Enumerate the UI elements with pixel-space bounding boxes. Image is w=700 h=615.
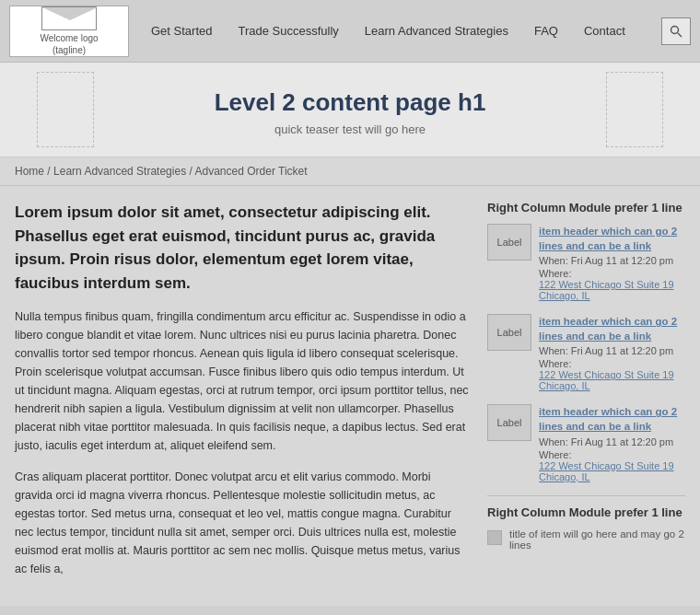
right-item-1: Label item header which can go 2 lines a… [487,224,685,301]
right-divider [487,495,685,496]
logo-tagline: (tagline) [52,44,86,56]
right-item-2-label: Label [487,314,531,351]
right-item-3-link[interactable]: item header which can go 2 lines and can… [539,404,685,434]
right-item-1-content: item header which can go 2 lines and can… [539,224,685,301]
breadcrumb: Home / Learn Advanced Strategies / Advan… [0,157,700,186]
main-nav: Get Started Trade Successfully Learn Adv… [138,17,691,45]
main-intro-text: Lorem ipsum dolor sit amet, consectetur … [15,201,469,295]
right-item-2-when: When: Fri Aug 11 at 12:20 pm [539,345,685,356]
right-item-3-when: When: Fri Aug 11 at 12:20 pm [539,436,685,447]
right-item-3-addr[interactable]: 122 West Chicago St Suite 19Chicago, IL [539,460,685,482]
hero-section: Level 2 content page h1 quick teaser tes… [0,63,700,157]
hero-subtext: quick teaser test will go here [18,122,682,136]
right-module-2-title: Right Column Module prefer 1 line [487,505,685,519]
main-column: Lorem ipsum dolor sit amet, consectetur … [15,201,469,591]
content-area: Lorem ipsum dolor sit amet, consectetur … [0,186,700,606]
right-item-2-addr[interactable]: 122 West Chicago St Suite 19Chicago, IL [539,369,685,391]
right-item-2-where: Where: [539,358,685,369]
right-item-3-content: item header which can go 2 lines and can… [539,404,685,482]
nav-item-learn[interactable]: Learn Advanced Strategies [352,24,521,38]
hero-heading: Level 2 content page h1 [18,88,682,117]
right-column: Right Column Module prefer 1 line Label … [487,201,685,591]
main-body-1: Nulla tempus finibus quam, fringilla con… [15,308,469,455]
right-item-4: title of item will go here and may go 2 … [487,528,685,551]
breadcrumb-section[interactable]: Learn Advanced Strategies [53,165,186,178]
nav-item-get-started[interactable]: Get Started [138,24,225,38]
search-button[interactable] [661,17,691,45]
right-item-3-label: Label [487,404,531,441]
right-item-3: Label item header which can go 2 lines a… [487,404,685,482]
right-item-1-when: When: Fri Aug 11 at 12:20 pm [539,255,685,266]
logo-icon [41,6,97,30]
right-item-1-label: Label [487,224,531,261]
svg-line-1 [678,33,682,37]
right-item-1-addr[interactable]: 122 West Chicago St Suite 19Chicago, IL [539,279,685,301]
navbar: Welcome logo (tagline) Get Started Trade… [0,0,700,63]
logo: Welcome logo (tagline) [9,6,129,57]
right-item-4-title: title of item will go here and may go 2 … [509,528,685,551]
breadcrumb-current: Advanced Order Ticket [195,165,308,178]
right-item-1-link[interactable]: item header which can go 2 lines and can… [539,224,685,253]
main-body-2: Cras aliquam placerat porttitor. Donec v… [15,468,469,578]
breadcrumb-home[interactable]: Home [15,165,44,178]
right-item-2: Label item header which can go 2 lines a… [487,314,685,391]
search-icon [669,24,683,39]
right-item-4-icon [487,530,502,545]
right-item-3-where: Where: [539,449,685,460]
nav-item-faq[interactable]: FAQ [521,24,571,38]
nav-item-contact[interactable]: Contact [571,24,638,38]
right-module-1-title: Right Column Module prefer 1 line [487,201,685,215]
right-item-2-link[interactable]: item header which can go 2 lines and can… [539,314,685,343]
logo-text: Welcome logo [40,32,98,44]
nav-item-trade[interactable]: Trade Successfully [225,24,351,38]
right-item-1-where: Where: [539,268,685,279]
svg-point-0 [671,26,679,33]
right-item-2-content: item header which can go 2 lines and can… [539,314,685,391]
